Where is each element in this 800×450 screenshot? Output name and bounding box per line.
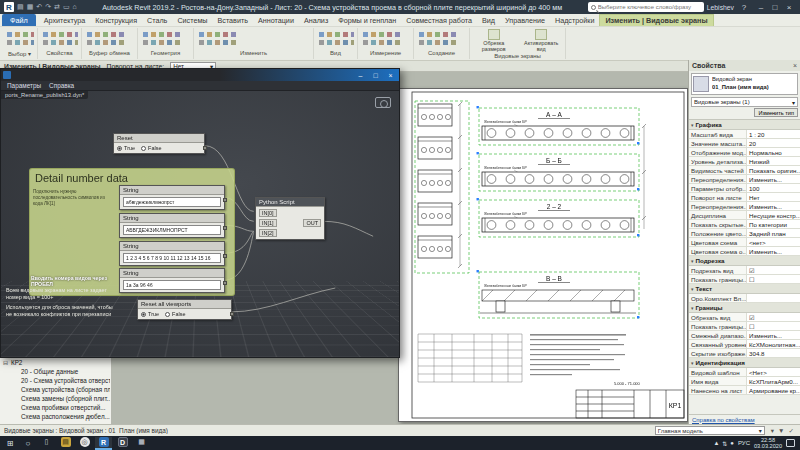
taskbar-search-icon[interactable]: ○ bbox=[20, 439, 36, 448]
property-value[interactable]: Изменить... bbox=[747, 202, 800, 210]
taskview-icon[interactable]: ▯ bbox=[42, 437, 52, 447]
property-row[interactable]: Масштаб вида 1 : 20 bbox=[689, 130, 800, 139]
tree-item[interactable]: 20 - Общие данные bbox=[2, 367, 110, 376]
property-row[interactable]: Обрезать вид ☑ bbox=[689, 313, 800, 322]
property-value[interactable]: 304.8 bbox=[747, 349, 800, 357]
property-value[interactable]: ☑ bbox=[747, 266, 800, 274]
output-port[interactable] bbox=[230, 312, 234, 316]
dynamo-node-reset[interactable]: Reset True False bbox=[113, 133, 205, 154]
string-value[interactable]: абвгдежзиклмнопрст bbox=[123, 197, 221, 207]
minimize-button[interactable]: – bbox=[354, 72, 367, 79]
workspace-tab[interactable]: ports_Rename_publish13.dyn* bbox=[1, 91, 88, 99]
help-icon[interactable]: ? bbox=[737, 3, 751, 12]
property-value[interactable]: 1 : 20 bbox=[747, 130, 800, 138]
property-value[interactable]: Изменить... bbox=[747, 247, 800, 255]
property-value[interactable]: <нет> bbox=[747, 238, 800, 246]
input-port-1[interactable]: IN[1] bbox=[259, 219, 277, 227]
element-selector[interactable]: Видовые экраны (1) ▾ bbox=[691, 97, 798, 107]
property-value[interactable]: ☐ bbox=[747, 322, 800, 330]
property-value[interactable]: Показать оригин... bbox=[747, 166, 800, 174]
tree-item[interactable]: Схема устройства (сборная пли... bbox=[2, 385, 110, 394]
language-indicator[interactable]: РУС bbox=[738, 440, 750, 446]
property-row[interactable]: Поворот на листе Нет bbox=[689, 193, 800, 202]
ribbon-tab[interactable]: Системы bbox=[172, 14, 212, 26]
property-row[interactable]: Показать скрытые... По категории bbox=[689, 220, 800, 229]
ribbon-panel-icons[interactable] bbox=[417, 30, 466, 50]
node-title[interactable]: String bbox=[120, 269, 224, 278]
camera-export-icon[interactable] bbox=[375, 97, 391, 108]
output-port[interactable] bbox=[223, 281, 227, 285]
ribbon-tab[interactable]: Сталь bbox=[142, 14, 172, 26]
sync-icon[interactable]: ⇄ bbox=[54, 3, 60, 11]
start-button[interactable]: ⊞ bbox=[2, 439, 18, 448]
drawing-sheet[interactable]: А – А Железобетонные балки БР Б – Б Желе… bbox=[398, 88, 688, 422]
dynamo-node-string-2[interactable]: String АБВГДЕЖЗИКЛМНОПРСТ bbox=[119, 213, 225, 238]
property-value[interactable]: ☑ bbox=[747, 313, 800, 321]
browser-icon[interactable]: ◎ bbox=[80, 437, 90, 447]
notifications-icon[interactable] bbox=[786, 439, 795, 447]
property-value[interactable]: Изменить... bbox=[747, 175, 800, 183]
revit-taskbar-icon[interactable]: R bbox=[99, 437, 109, 447]
volume-icon[interactable]: ● bbox=[730, 440, 734, 447]
tree-item[interactable]: Схема расположения дюбел... bbox=[2, 412, 110, 421]
true-radio[interactable]: True bbox=[117, 145, 135, 151]
tree-item[interactable]: Схема замены (сборной плит... bbox=[2, 394, 110, 403]
properties-help-link[interactable]: Справка по свойствам bbox=[689, 414, 800, 424]
property-value[interactable]: По категории bbox=[747, 220, 800, 228]
property-row[interactable]: Уровень детализа... Низкий bbox=[689, 157, 800, 166]
ribbon-panel-icons[interactable] bbox=[141, 30, 190, 50]
taskbar-clock[interactable]: 22:58 03.03.2020 bbox=[754, 437, 782, 450]
select-toggle-icon[interactable]: ✓ bbox=[789, 427, 794, 435]
property-row[interactable]: Цветовая схема <нет> bbox=[689, 238, 800, 247]
output-port[interactable] bbox=[223, 254, 227, 258]
output-port[interactable] bbox=[203, 146, 207, 150]
property-row[interactable]: Видовой шаблон <Нет> bbox=[689, 368, 800, 377]
maximize-button[interactable]: □ bbox=[369, 72, 382, 79]
open-icon[interactable]: ▤ bbox=[17, 3, 24, 11]
property-row[interactable]: Подрезать вид ☑ bbox=[689, 266, 800, 275]
property-row[interactable]: Параметры отобр... 100 bbox=[689, 184, 800, 193]
app-icon[interactable]: ▦ bbox=[137, 437, 147, 447]
node-title[interactable]: String bbox=[120, 242, 224, 251]
node-title[interactable]: Reset bbox=[114, 134, 204, 143]
property-value[interactable]: ☐ bbox=[747, 275, 800, 283]
node-title[interactable]: Reset all viewports bbox=[138, 300, 231, 309]
string-value[interactable]: 1 2 3 4 5 6 7 8 9 10 11 12 13 14 15 16 bbox=[123, 253, 221, 263]
input-port-0[interactable]: IN[0] bbox=[259, 209, 277, 217]
output-port[interactable] bbox=[223, 198, 227, 202]
network-icon[interactable]: ⇅ bbox=[722, 440, 727, 447]
undo-icon[interactable]: ↶ bbox=[36, 3, 42, 11]
home-icon[interactable]: ⌂ bbox=[73, 3, 77, 11]
string-value[interactable]: АБВГДЕЖЗИКЛМНОПРСТ bbox=[123, 225, 221, 235]
property-value[interactable]: Задний план bbox=[747, 229, 800, 237]
edit-type-button[interactable]: Изменить тип bbox=[754, 108, 798, 117]
property-row[interactable]: Цветовая схема о... Изменить... bbox=[689, 247, 800, 256]
ribbon-tab[interactable]: Вид bbox=[477, 14, 500, 26]
dynamo-node-string-1[interactable]: String абвгдежзиклмнопрст bbox=[119, 185, 225, 210]
property-value[interactable]: КсХМонолитная... bbox=[747, 340, 800, 348]
property-row[interactable]: Переопределения... Изменить... bbox=[689, 175, 800, 184]
activate-view-button[interactable]: Активировать вид bbox=[519, 29, 563, 53]
property-row[interactable]: Значение масшта... 20 bbox=[689, 139, 800, 148]
tree-item[interactable]: ⊟ КР2 bbox=[2, 358, 110, 367]
dynamo-node-string-4[interactable]: String 1а 3а 9б 4б bbox=[119, 268, 225, 293]
save-icon[interactable]: ▦ bbox=[27, 3, 34, 11]
ribbon-tab[interactable]: Управление bbox=[500, 14, 550, 26]
property-row[interactable]: Скрытие изображе... 304.8 bbox=[689, 349, 800, 358]
property-row[interactable]: Переопределения... Изменить... bbox=[689, 202, 800, 211]
input-port-2[interactable]: IN[2] bbox=[259, 229, 277, 237]
output-port-label[interactable]: OUT bbox=[303, 219, 321, 227]
ribbon-tab[interactable]: Формы и генплан bbox=[333, 14, 401, 26]
ribbon-tab[interactable]: Совместная работа bbox=[401, 14, 477, 26]
property-row[interactable]: Оро.Комплект Вл... bbox=[689, 294, 800, 303]
measure-icon[interactable]: ▭ bbox=[63, 3, 70, 11]
property-row[interactable]: Положение цвето... Задний план bbox=[689, 229, 800, 238]
crop-size-button[interactable]: Обрезка размеров bbox=[472, 29, 516, 53]
property-row[interactable]: Подрезка bbox=[689, 256, 800, 266]
revit-app-icon[interactable]: R bbox=[4, 2, 14, 12]
ribbon-tab[interactable]: Конструкция bbox=[90, 14, 142, 26]
property-row[interactable]: Идентификация bbox=[689, 358, 800, 368]
ribbon-tab[interactable]: Архитектура bbox=[39, 14, 91, 26]
property-row[interactable]: Показать границы... ☐ bbox=[689, 322, 800, 331]
dynamo-title-bar[interactable]: – □ × bbox=[1, 69, 399, 81]
